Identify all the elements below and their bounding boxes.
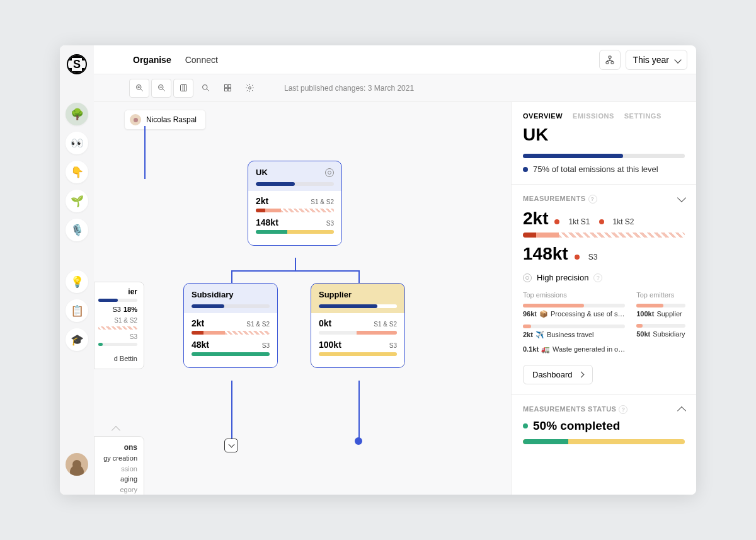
top-emissions: Top emissions 96kt📦Processing & use of s… — [523, 291, 625, 360]
connector — [231, 270, 232, 283]
status-pct: 50% completed — [533, 419, 620, 433]
metric-148kt: 148kt — [523, 244, 568, 264]
settings-button[interactable] — [239, 79, 260, 98]
arrow-right-icon — [578, 372, 584, 378]
rail-tree-icon[interactable]: 🌳 — [66, 103, 88, 125]
measurements-section: MEASUREMENTS? 2kt 1kt S11kt S2 148kt — [512, 184, 696, 394]
svg-rect-7 — [224, 85, 227, 88]
rail-mic-icon[interactable]: 🎙️ — [66, 219, 88, 241]
chevron-down-icon — [674, 56, 681, 63]
top-nav: Organise Connect This year — [94, 45, 696, 74]
top-emitters: Top emitters 100ktSupplier 50ktSubsidiar… — [636, 291, 685, 360]
expand-node-button[interactable] — [224, 439, 238, 452]
dot-icon — [523, 423, 528, 428]
help-icon[interactable]: ? — [593, 273, 602, 282]
node-subsidiary[interactable]: Subsidiary 2ktS1 & S2 48ktS3 — [183, 283, 278, 368]
presence-chip[interactable]: Nicolas Raspal — [124, 110, 206, 130]
partial-card-1[interactable]: ier S318% S1 & S2 S3 d Bettin — [94, 282, 144, 369]
panel-tab-settings[interactable]: SETTINGS — [624, 112, 662, 120]
sup-s1s2-val: 0kt — [319, 318, 331, 328]
partial-card-2[interactable]: ons gy creation ssion aging egory — [94, 436, 144, 495]
node-uk-title: UK — [256, 168, 268, 177]
status-section: MEASUREMENTS STATUS? 50% completed — [512, 394, 696, 454]
connector — [358, 270, 360, 283]
help-icon[interactable]: ? — [588, 195, 597, 204]
user-avatar[interactable] — [66, 453, 88, 476]
sup-s3-val: 100kt — [319, 340, 341, 350]
rail-point-icon[interactable]: 👇 — [66, 161, 88, 183]
zoom-out-button[interactable] — [151, 79, 171, 98]
org-canvas[interactable]: Nicolas Raspal UK 2ktS1 & S2 148ktS3 — [94, 102, 511, 495]
node-supplier[interactable]: Supplier 0ktS1 & S2 100ktS3 — [311, 283, 405, 368]
canvas-toolbar: Last published changes: 3 March 2021 — [94, 74, 696, 102]
rail-sprout-icon[interactable]: 🌱 — [66, 190, 88, 212]
rail-eyes-icon[interactable]: 👀 — [66, 132, 88, 154]
target-icon — [325, 168, 334, 177]
rail-clipboard-icon[interactable]: 📋 — [66, 299, 88, 322]
work-row: Nicolas Raspal UK 2ktS1 & S2 148ktS3 — [94, 102, 696, 495]
s1s2-bar — [523, 233, 685, 238]
sup-s3-lab: S3 — [389, 342, 397, 349]
grid-button[interactable] — [217, 79, 238, 98]
panel-tab-overview[interactable]: OVERVIEW — [523, 112, 563, 120]
metric-2kt: 2kt — [523, 209, 548, 229]
dot-icon — [523, 167, 528, 172]
app-logo: S — [67, 54, 87, 74]
rail-bulb-icon[interactable]: 💡 — [66, 270, 88, 293]
emissions-progress — [523, 154, 685, 158]
connector — [295, 258, 296, 270]
uk-s1s2-val: 2kt — [256, 196, 268, 206]
app-window: S 🌳 👀 👇 🌱 🎙️ 💡 📋 🎓 Organise Connect This… — [60, 45, 696, 495]
presence-name: Nicolas Raspal — [146, 115, 197, 124]
uk-s1s2-lab: S1 & S2 — [311, 198, 334, 205]
svg-rect-0 — [609, 56, 611, 58]
panel-tabs: OVERVIEW EMISSIONS SETTINGS — [512, 102, 696, 122]
search-button[interactable] — [195, 79, 215, 98]
sup-s1s2-lab: S1 & S2 — [374, 321, 397, 328]
zoom-in-button[interactable] — [129, 79, 149, 98]
subsidiary-title: Subsidiary — [192, 290, 233, 299]
sub-s1s2-lab: S1 & S2 — [246, 321, 270, 328]
svg-rect-10 — [228, 88, 231, 91]
svg-rect-5 — [180, 85, 186, 91]
status-bar — [523, 439, 685, 444]
svg-rect-2 — [611, 61, 614, 63]
dashboard-button[interactable]: Dashboard — [523, 365, 593, 384]
year-label: This year — [633, 55, 669, 65]
sub-s3-val: 48kt — [192, 340, 209, 350]
high-precision: High precision ? — [523, 273, 685, 282]
supplier-title: Supplier — [319, 290, 352, 299]
svg-point-6 — [202, 85, 207, 90]
year-selector[interactable]: This year — [626, 50, 687, 70]
top-emitters-heading: Top emitters — [636, 291, 685, 299]
detail-panel: OVERVIEW EMISSIONS SETTINGS UK 75% of to… — [511, 102, 696, 495]
status-heading: MEASUREMENTS STATUS — [523, 405, 616, 413]
panel-title: UK — [512, 122, 696, 150]
hierarchy-button[interactable] — [599, 50, 621, 70]
side-rail: S 🌳 👀 👇 🌱 🎙️ 💡 📋 🎓 — [60, 45, 94, 495]
emissions-pct-line: 75% of total emissions at this level — [512, 164, 696, 184]
collapse-icon[interactable] — [677, 193, 686, 202]
rail-grad-icon[interactable]: 🎓 — [66, 328, 88, 351]
tab-connect[interactable]: Connect — [185, 55, 218, 65]
panel-tab-emissions[interactable]: EMISSIONS — [573, 112, 614, 120]
connector — [358, 381, 360, 441]
svg-point-11 — [248, 87, 251, 89]
top-emissions-heading: Top emissions — [523, 291, 625, 299]
tab-organise[interactable]: Organise — [133, 55, 171, 65]
connector — [231, 381, 232, 439]
uk-s3-lab: S3 — [326, 220, 334, 227]
sub-s1s2-val: 2kt — [192, 318, 204, 328]
main-area: Organise Connect This year Last publishe… — [94, 45, 696, 495]
expand-icon[interactable] — [677, 406, 686, 415]
node-uk[interactable]: UK 2ktS1 & S2 148ktS3 — [248, 161, 342, 246]
columns-button[interactable] — [173, 79, 193, 98]
connector — [144, 126, 146, 179]
help-icon[interactable]: ? — [619, 405, 627, 414]
uk-s3-val: 148kt — [256, 217, 278, 227]
node-uk-head: UK — [248, 161, 341, 191]
svg-rect-9 — [224, 88, 227, 91]
node-endpoint[interactable] — [355, 437, 362, 445]
partial-name: d Bettin — [98, 355, 137, 362]
sub-s3-lab: S3 — [262, 342, 270, 349]
